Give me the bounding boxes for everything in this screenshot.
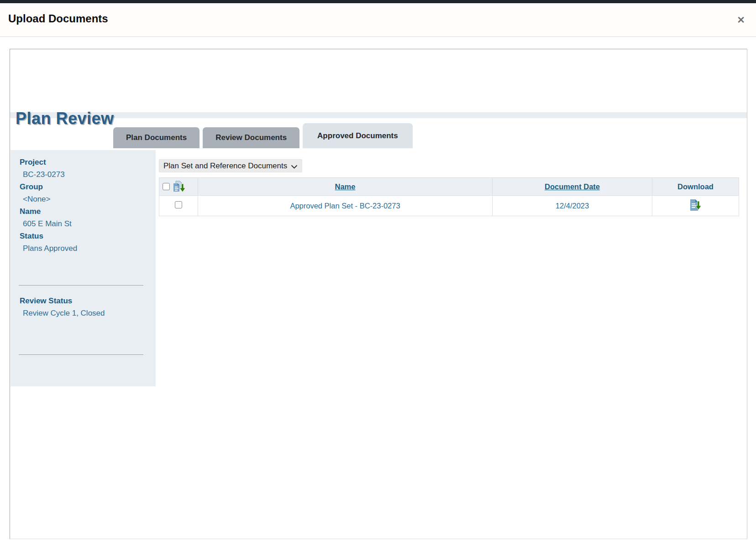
document-name-link[interactable]: Approved Plan Set - BC-23-0273: [198, 196, 493, 216]
column-header-download: Download: [652, 178, 739, 196]
table-header-row: Name Document Date Download: [159, 178, 739, 196]
document-date: 12/4/2023: [493, 196, 652, 216]
name-label: Name: [20, 205, 156, 218]
sidebar-divider: [19, 285, 143, 286]
column-header-document-date[interactable]: Document Date: [493, 178, 652, 196]
page-title: Plan Review: [16, 109, 114, 128]
review-status-value: Review Cycle 1, Closed: [23, 307, 156, 319]
document-type-selected: Plan Set and Reference Documents: [163, 161, 287, 171]
chevron-down-icon: [291, 162, 297, 171]
name-value: 605 E Main St: [23, 218, 156, 230]
tab-approved-documents[interactable]: Approved Documents: [303, 123, 413, 148]
header-band: [10, 112, 747, 118]
document-type-dropdown[interactable]: Plan Set and Reference Documents: [159, 159, 302, 172]
project-value: BC-23-0273: [23, 168, 156, 181]
project-info-sidebar: Project BC-23-0273 Group <None> Name 605…: [10, 150, 156, 386]
dialog-header: Upload Documents ✕: [0, 3, 756, 37]
plan-review-panel: Plan Review Plan Documents Review Docume…: [10, 49, 747, 539]
status-label: Status: [20, 230, 156, 242]
window-top-bar: [0, 0, 756, 3]
row-checkbox[interactable]: [175, 201, 182, 208]
download-all-documents-icon[interactable]: [172, 181, 186, 193]
tab-bar: Plan Documents Review Documents Approved…: [113, 123, 413, 148]
project-label: Project: [20, 156, 156, 168]
group-label: Group: [20, 181, 156, 193]
tab-plan-documents[interactable]: Plan Documents: [113, 127, 200, 148]
column-header-name[interactable]: Name: [198, 178, 493, 196]
table-row: Approved Plan Set - BC-23-0273 12/4/2023: [159, 196, 739, 216]
download-document-icon[interactable]: [689, 198, 702, 212]
group-value: <None>: [23, 193, 156, 205]
sidebar-divider: [19, 354, 143, 355]
review-status-block: Review Status Review Cycle 1, Closed: [10, 295, 156, 319]
close-icon[interactable]: ✕: [734, 13, 748, 27]
approved-documents-table: Name Document Date Download Approved Pla…: [159, 177, 739, 216]
review-status-label: Review Status: [20, 295, 156, 307]
tab-review-documents[interactable]: Review Documents: [203, 127, 299, 148]
dialog-title: Upload Documents: [8, 12, 108, 25]
status-value: Plans Approved: [23, 242, 156, 255]
select-all-checkbox[interactable]: [163, 183, 170, 190]
